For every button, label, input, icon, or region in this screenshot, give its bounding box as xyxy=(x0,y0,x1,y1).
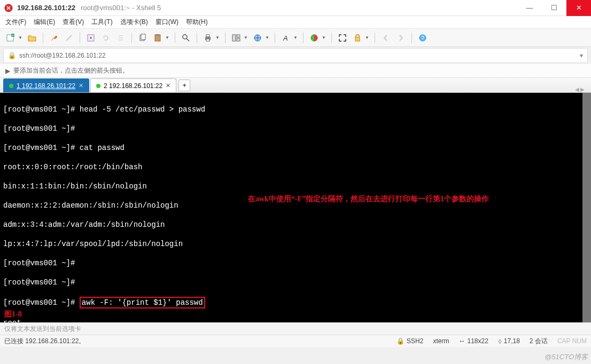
globe-icon[interactable] xyxy=(251,31,264,44)
terminal-line-highlighted: [root@vms001 ~]# awk -F: '{print $1}' pa… xyxy=(3,297,588,308)
tab-bar: 1 192.168.26.101:22 ✕ 2 192.168.26.101:2… xyxy=(0,78,591,93)
close-button[interactable]: ✕ xyxy=(566,0,591,16)
terminal-scrollbar[interactable] xyxy=(582,93,591,322)
tab-close-icon[interactable]: ✕ xyxy=(79,82,83,89)
lock-small-icon: 🔒 xyxy=(8,52,16,59)
tab-close-icon[interactable]: ✕ xyxy=(166,82,170,89)
dropdown-caret-icon[interactable]: ▼ xyxy=(265,35,269,40)
separator xyxy=(375,33,375,43)
session-tab-2[interactable]: 2 192.168.26.101:22 ✕ xyxy=(90,78,176,92)
status-dot-icon xyxy=(9,84,13,88)
arrow-add-icon[interactable]: ▶ xyxy=(5,67,10,75)
fullscreen-icon[interactable] xyxy=(336,31,349,44)
svg-rect-15 xyxy=(232,35,236,41)
address-dropdown-icon[interactable]: ▾ xyxy=(580,52,583,59)
dropdown-caret-icon[interactable]: ▼ xyxy=(293,35,298,40)
watermark: @51CTO博客 xyxy=(545,352,588,362)
dropdown-caret-icon[interactable]: ▼ xyxy=(365,35,369,40)
separator xyxy=(411,33,412,43)
maximize-button[interactable]: ☐ xyxy=(542,0,566,16)
status-sessions: 2 会话 xyxy=(530,337,548,346)
open-icon[interactable] xyxy=(26,31,38,44)
menu-tabs[interactable]: 选项卡(B) xyxy=(120,18,148,27)
reconnect-icon[interactable] xyxy=(99,31,112,44)
separator xyxy=(131,33,132,43)
transfer-icon[interactable] xyxy=(114,31,127,44)
status-bar: 已连接 192.168.26.101:22。 🔒 SSH2 xterm ↔ 11… xyxy=(0,335,591,347)
send-placeholder: 仅将文本发送到当前选项卡 xyxy=(4,325,81,334)
title-bar: 192.168.26.101:22 root@vms001:~ - Xshell… xyxy=(0,0,591,16)
dropdown-caret-icon[interactable]: ▼ xyxy=(244,35,248,40)
svg-rect-7 xyxy=(141,34,145,39)
send-bar[interactable]: 仅将文本发送到当前选项卡 xyxy=(0,322,591,335)
separator xyxy=(43,33,43,43)
minimize-button[interactable]: — xyxy=(517,0,542,16)
svg-text:+: + xyxy=(12,34,14,37)
font-icon[interactable]: A xyxy=(279,31,292,44)
terminal-line: adm:x:3:4:adm:/var/adm:/sbin/nologin xyxy=(3,220,588,230)
menu-edit[interactable]: 编辑(E) xyxy=(34,18,55,27)
highlighted-command: awk -F: '{print $1}' passwd xyxy=(80,297,205,308)
info-text: 要添加当前会话，点击左侧的箭头按钮。 xyxy=(13,66,129,75)
terminal[interactable]: [root@vms001 ~]# head -5 /etc/passwd > p… xyxy=(0,93,591,322)
svg-rect-14 xyxy=(206,39,209,41)
dropdown-caret-icon[interactable]: ▼ xyxy=(165,35,169,40)
prev-icon[interactable] xyxy=(379,31,392,44)
menu-window[interactable]: 窗口(W) xyxy=(155,18,178,27)
address-bar[interactable]: 🔒 ssh://root@192.168.26.101:22 ▾ xyxy=(3,48,588,63)
copy-icon[interactable] xyxy=(136,31,149,44)
menu-tools[interactable]: 工具(T) xyxy=(91,18,112,27)
status-size: ↔ 118x22 xyxy=(458,337,488,345)
separator xyxy=(331,33,332,43)
disconnect-icon[interactable] xyxy=(63,31,75,44)
terminal-line: [root@vms001 ~]# xyxy=(3,278,588,287)
terminal-line: [root@vms001 ~]# cat passwd xyxy=(3,143,588,153)
status-term: xterm xyxy=(433,337,449,345)
separator xyxy=(175,33,175,43)
menu-view[interactable]: 查看(V) xyxy=(63,18,84,27)
terminal-line: root xyxy=(3,318,588,322)
paste-icon[interactable] xyxy=(151,31,164,44)
help-icon[interactable]: ? xyxy=(416,31,429,44)
menu-file[interactable]: 文件(F) xyxy=(5,18,26,27)
properties-icon[interactable] xyxy=(84,31,97,44)
dropdown-caret-icon[interactable]: ▼ xyxy=(215,35,220,40)
address-url: ssh://root@192.168.26.101:22 xyxy=(19,52,106,59)
status-caps: CAP NUM xyxy=(557,337,587,345)
terminal-line: lp:x:4:7:lp:/var/spool/lpd:/sbin/nologin xyxy=(3,239,588,249)
connect-icon[interactable] xyxy=(48,31,60,44)
layout-icon[interactable] xyxy=(230,31,243,44)
separator xyxy=(275,33,275,43)
dropdown-caret-icon[interactable]: ▼ xyxy=(322,35,326,40)
separator xyxy=(225,33,225,43)
lock-icon[interactable] xyxy=(351,31,364,44)
color-icon[interactable] xyxy=(308,31,321,44)
svg-line-11 xyxy=(186,38,189,41)
svg-text:A: A xyxy=(283,34,288,42)
svg-text:?: ? xyxy=(421,35,424,41)
terminal-line: [root@vms001 ~]# xyxy=(3,124,588,133)
menu-help[interactable]: 帮助(H) xyxy=(186,18,208,27)
dropdown-caret-icon[interactable]: ▼ xyxy=(18,35,22,40)
print-icon[interactable] xyxy=(201,31,214,44)
separator xyxy=(80,33,80,43)
info-bar: ▶ 要添加当前会话，点击左侧的箭头按钮。 xyxy=(0,64,591,78)
status-connected: 已连接 192.168.26.101:22。 xyxy=(4,337,85,346)
svg-rect-9 xyxy=(156,34,159,36)
tab-next-icon[interactable]: ▶ xyxy=(580,86,585,92)
tab-add-button[interactable]: + xyxy=(178,80,190,91)
svg-point-10 xyxy=(183,35,187,39)
tab-label: 2 192.168.26.101:22 xyxy=(104,82,162,90)
window-title-active: 192.168.26.101:22 xyxy=(17,4,75,12)
next-icon[interactable] xyxy=(394,31,407,44)
annotation-text: 在awk中使用“-F”指定分隔符，然后在去进行打印每一行第1个参数的操作 xyxy=(248,194,489,204)
svg-point-5 xyxy=(90,37,92,39)
tab-prev-icon[interactable]: ◀ xyxy=(575,86,579,92)
svg-rect-13 xyxy=(206,35,209,37)
new-session-icon[interactable]: + xyxy=(4,31,17,44)
session-tab-1[interactable]: 1 192.168.26.101:22 ✕ xyxy=(3,78,89,92)
window-title-sub: root@vms001:~ - Xshell 5 xyxy=(81,4,161,12)
find-icon[interactable] xyxy=(180,31,192,44)
separator xyxy=(303,33,304,43)
window-controls: — ☐ ✕ xyxy=(517,0,591,16)
